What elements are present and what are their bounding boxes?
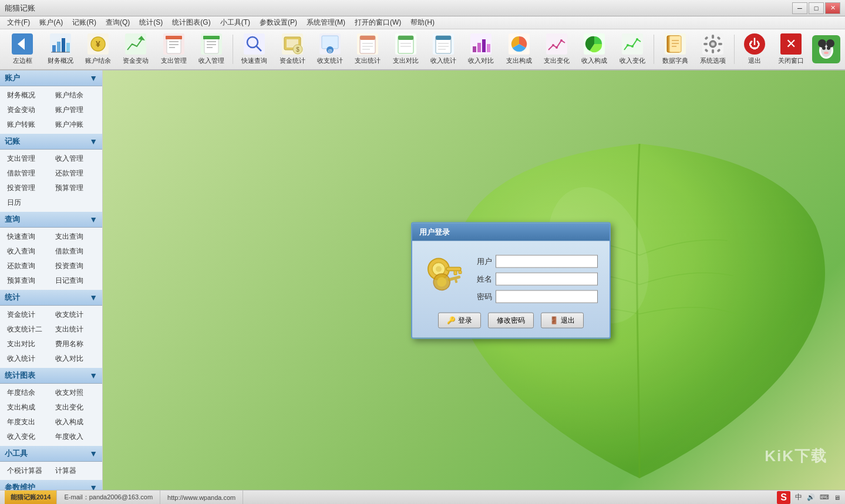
toolbar-expense-structure-button[interactable]: 支出构成 (501, 32, 536, 67)
sidebar-section-account[interactable]: 账户 ▼ (0, 70, 102, 86)
sidebar-item-income-mgmt[interactable]: 收入管理 (52, 152, 99, 165)
toolbar-close-window-button[interactable]: ✕ 关闭窗口 (773, 32, 809, 67)
toolbar-income-change-button[interactable]: 收入变化 (614, 32, 649, 67)
toolbar-income-stats-button[interactable]: 收入统计 (426, 32, 461, 67)
sidebar-item-invest-query[interactable]: 投资查询 (52, 259, 99, 273)
sidebar-item-repay-mgmt[interactable]: 还款管理 (52, 167, 99, 180)
toolbar-expense-mgmt-button[interactable]: 支出管理 (156, 32, 191, 67)
sidebar-item-loan-mgmt[interactable]: 借款管理 (4, 167, 51, 180)
name-input[interactable] (496, 272, 598, 285)
sidebar-item-expense-change[interactable]: 支出变化 (52, 401, 99, 414)
sidebar-section-params[interactable]: 参数维护 ▼ (0, 480, 102, 490)
sidebar-item-ie-stats2[interactable]: 收支统计二 (4, 323, 51, 336)
menu-windows[interactable]: 打开的窗口(W) (350, 16, 406, 29)
svg-rect-24 (203, 36, 220, 39)
sidebar-item-income-query[interactable]: 收入查询 (4, 245, 51, 258)
sidebar-item-account-transfer[interactable]: 账户转账 (4, 118, 51, 131)
menu-system[interactable]: 系统管理(M) (302, 16, 350, 29)
toolbar-income-structure-button[interactable]: 收入构成 (577, 32, 612, 67)
sidebar-item-annual-balance[interactable]: 年度结余 (4, 386, 51, 400)
minimize-button[interactable]: ─ (792, 2, 807, 14)
sidebar-item-fund-change[interactable]: 资金变动 (4, 103, 51, 117)
sidebar-item-tax-calc[interactable]: 个税计算器 (4, 464, 51, 478)
menu-bar: 文件(F) 账户(A) 记账(R) 查询(Q) 统计(S) 统计图表(G) 小工… (0, 16, 845, 29)
sidebar-item-income-structure[interactable]: 收入构成 (52, 415, 99, 429)
sidebar-item-ie-compare[interactable]: 收支对照 (52, 386, 99, 400)
menu-tools[interactable]: 小工具(T) (216, 16, 255, 29)
sidebar-item-expense-query[interactable]: 支出查询 (52, 230, 99, 243)
sidebar-item-fund-stats[interactable]: 资金统计 (4, 308, 51, 322)
toolbar-fund-change-button[interactable]: 资金变动 (118, 32, 153, 67)
brand-watermark: KiK下载 (765, 446, 827, 466)
sidebar-item-finance-overview[interactable]: 财务概况 (4, 89, 51, 102)
content-area: KiK下载 用户登录 (103, 70, 845, 490)
toolbar-separator-1 (233, 35, 233, 64)
maximize-button[interactable]: □ (809, 2, 824, 14)
sidebar-item-annual-expense[interactable]: 年度支出 (4, 415, 51, 429)
sidebar-item-quick-query[interactable]: 快速查询 (4, 230, 51, 243)
menu-ledger[interactable]: 记账(R) (68, 16, 101, 29)
toolbar: 左边框 财务概况 ¥ 账户结余 (0, 29, 845, 70)
dialog-exit-button[interactable]: 🚪 退出 (541, 312, 584, 328)
status-website: http://www.wpanda.com (160, 491, 243, 504)
toolbar-income-mgmt-button[interactable]: 收入管理 (194, 32, 229, 67)
toolbar-account-balance-button[interactable]: ¥ 账户结余 (80, 32, 116, 67)
toolbar-data-dict-button[interactable]: 数据字典 (658, 32, 693, 67)
sidebar-item-account-balance[interactable]: 账户结余 (52, 89, 99, 102)
sidebar-item-expense-mgmt[interactable]: 支出管理 (4, 152, 51, 165)
close-button[interactable]: ✕ (825, 2, 840, 14)
toolbar-exit-button[interactable]: ⏻ 退出 (738, 32, 770, 67)
change-password-button[interactable]: 修改密码 (488, 312, 534, 328)
expense-mgmt-icon (163, 33, 184, 55)
sidebar-item-repay-query[interactable]: 还款查询 (4, 259, 51, 273)
svg-rect-50 (436, 36, 451, 40)
svg-rect-45 (398, 36, 413, 40)
sidebar-item-income-stats[interactable]: 收入统计 (4, 352, 51, 366)
toolbar-back-button[interactable]: 左边框 (5, 32, 40, 67)
login-button[interactable]: 🔑 登录 (438, 312, 481, 328)
toolbar-sys-options-button[interactable]: 系统选项 (695, 32, 730, 67)
sidebar-item-budget-query[interactable]: 预算查询 (4, 274, 51, 287)
sidebar-item-expense-compare[interactable]: 支出对比 (4, 337, 51, 351)
user-input[interactable] (496, 255, 598, 268)
sidebar-item-calculator[interactable]: 计算器 (52, 464, 99, 478)
sidebar-item-expense-structure[interactable]: 支出构成 (4, 401, 51, 414)
title-bar: 能猫记账 ─ □ ✕ (0, 0, 845, 16)
sidebar-item-loan-query[interactable]: 借款查询 (52, 245, 99, 258)
sidebar-section-stats[interactable]: 统计 ▼ (0, 290, 102, 306)
sidebar-section-charts-title: 统计图表 (5, 370, 35, 381)
toolbar-quick-query-button[interactable]: 快速查询 (237, 32, 272, 67)
sidebar-item-income-change[interactable]: 收入变化 (4, 430, 51, 444)
menu-query[interactable]: 查询(Q) (101, 16, 134, 29)
sidebar-item-ie-stats[interactable]: 收支统计 (52, 308, 99, 322)
menu-account[interactable]: 账户(A) (35, 16, 68, 29)
password-input[interactable] (496, 290, 598, 303)
toolbar-income-compare-label: 收入对比 (468, 56, 494, 65)
toolbar-income-compare-button[interactable]: 收入对比 (463, 32, 499, 67)
sidebar-item-annual-income[interactable]: 年度收入 (52, 430, 99, 444)
sidebar-item-budget-mgmt[interactable]: 预算管理 (52, 181, 99, 195)
menu-charts[interactable]: 统计图表(G) (167, 16, 215, 29)
sidebar-section-charts[interactable]: 统计图表 ▼ (0, 368, 102, 384)
sidebar-item-expense-stats[interactable]: 支出统计 (52, 323, 99, 336)
sidebar-section-tools[interactable]: 小工具 ▼ (0, 446, 102, 462)
menu-file[interactable]: 文件(F) (2, 16, 35, 29)
menu-help[interactable]: 帮助(H) (406, 16, 439, 29)
sidebar-section-ledger[interactable]: 记账 ▼ (0, 134, 102, 150)
sidebar-item-expense-name[interactable]: 费用名称 (52, 337, 99, 351)
sidebar-item-account-reconcile[interactable]: 账户冲账 (52, 118, 99, 131)
sidebar-item-invest-mgmt[interactable]: 投资管理 (4, 181, 51, 195)
sidebar-item-diary-query[interactable]: 日记查询 (52, 274, 99, 287)
toolbar-income-expense-stats-button[interactable]: @ 收支统计 (312, 32, 348, 67)
toolbar-expense-compare-button[interactable]: 支出对比 (388, 32, 423, 67)
toolbar-fund-stats-button[interactable]: $ 资金统计 (274, 32, 309, 67)
menu-stats[interactable]: 统计(S) (134, 16, 167, 29)
menu-params[interactable]: 参数设置(P) (255, 16, 302, 29)
sidebar-item-income-compare[interactable]: 收入对比 (52, 352, 99, 366)
toolbar-finance-overview-button[interactable]: 财务概况 (42, 32, 78, 67)
toolbar-expense-change-button[interactable]: 支出变化 (539, 32, 574, 67)
sidebar-item-calendar[interactable]: 日历 (4, 196, 51, 209)
toolbar-expense-stats-button[interactable]: 支出统计 (350, 32, 385, 67)
sidebar-item-account-mgmt[interactable]: 账户管理 (52, 103, 99, 117)
sidebar-section-query[interactable]: 查询 ▼ (0, 212, 102, 228)
